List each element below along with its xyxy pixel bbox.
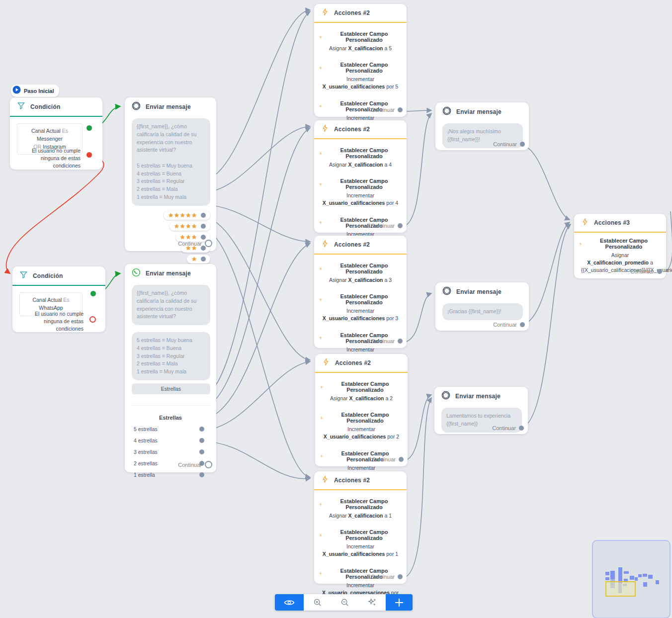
- send-message-node-rating-messenger[interactable]: Enviar mensaje {{first_name}}, ¿cómo cal…: [125, 97, 216, 251]
- action-item[interactable]: Establecer Campo Personalizado Asignar X…: [318, 263, 403, 284]
- actions-node-average[interactable]: Acciones #3 Establecer Campo Personaliza…: [574, 214, 666, 278]
- continue-port[interactable]: [398, 223, 403, 228]
- lightning-icon: [318, 220, 323, 225]
- node-title: Acciones #2: [334, 9, 370, 16]
- option-5-stars[interactable]: 5 estrellas: [125, 424, 216, 435]
- continue-port[interactable]: [399, 457, 404, 462]
- actions-node-rating-3[interactable]: Acciones #2 Establecer Campo Personaliza…: [314, 236, 407, 348]
- condition-node-channel-whatsapp[interactable]: Condición Canal Actual Es WhatsApp El us…: [12, 266, 105, 332]
- action-item[interactable]: Establecer Campo Personalizado Asignar X…: [318, 147, 403, 169]
- option-1-star[interactable]: 1 estrella: [125, 469, 216, 481]
- node-title: Acciones #2: [334, 126, 370, 133]
- omnichannel-icon: [441, 391, 450, 402]
- actions-node-rating-4[interactable]: Acciones #2 Establecer Campo Personaliza…: [314, 120, 407, 233]
- list-title: Estrellas: [125, 415, 216, 421]
- action-item[interactable]: Establecer Campo Personalizado Asignar X…: [318, 31, 403, 52]
- quick-reply-4-stars[interactable]: ★★★★: [169, 222, 210, 231]
- send-message-node-rating-whatsapp[interactable]: Enviar mensaje {{first_name}}, ¿cómo cal…: [125, 264, 216, 472]
- continue-label: Continuar: [372, 456, 396, 462]
- send-message-node-thanks[interactable]: Enviar mensaje ¡Gracias {{first_name}}! …: [435, 282, 529, 331]
- message-bubble[interactable]: ¡Gracias {{first_name}}!: [442, 303, 523, 320]
- action-item[interactable]: Establecer Campo Personalizado Increment…: [318, 293, 403, 322]
- zoom-out-button[interactable]: [331, 594, 358, 611]
- zoom-in-button[interactable]: [304, 594, 331, 611]
- preview-button[interactable]: [275, 594, 304, 611]
- continue-port[interactable]: [205, 461, 212, 468]
- message-bubble-scale[interactable]: 5 estrellas = Muy buena 4 estrellas = Bu…: [132, 332, 210, 380]
- rule-subject: Canal Actual: [32, 297, 62, 303]
- filter-icon: [17, 101, 25, 112]
- continue-port[interactable]: [398, 107, 403, 112]
- node-title: Enviar mensaje: [456, 108, 502, 115]
- auto-arrange-button[interactable]: [358, 594, 386, 611]
- action-pre: Asignar: [329, 162, 348, 168]
- reply-port[interactable]: [201, 235, 206, 240]
- condition-false-port[interactable]: [86, 152, 92, 158]
- reply-port[interactable]: [201, 213, 206, 218]
- option-3-stars[interactable]: 3 estrellas: [125, 446, 216, 458]
- minimap-node: [643, 582, 647, 587]
- lightning-icon: [318, 181, 323, 187]
- condition-true-port[interactable]: [90, 291, 96, 296]
- option-port[interactable]: [199, 427, 204, 432]
- add-node-button[interactable]: [386, 594, 413, 611]
- option-port[interactable]: [199, 438, 204, 443]
- continue-label: Continuar: [371, 107, 395, 113]
- rule-value: WhatsApp: [39, 305, 63, 311]
- action-item[interactable]: Establecer Campo Personalizado Asignar X…: [318, 498, 403, 520]
- continue-label: Continuar: [493, 141, 517, 147]
- continue-port[interactable]: [520, 322, 525, 327]
- estrellas-button[interactable]: Estrellas: [132, 383, 210, 394]
- sparkles-icon: [367, 598, 377, 607]
- action-item[interactable]: Establecer Campo Personalizado Increment…: [318, 529, 403, 558]
- option-label: 5 estrellas: [134, 426, 158, 432]
- action-item[interactable]: Establecer Campo Personalizado Increment…: [318, 62, 403, 90]
- condition-false-port[interactable]: [89, 316, 96, 323]
- action-post: por 5: [385, 84, 398, 89]
- message-bubble[interactable]: {{first_name}}, ¿cómo calificaría la cal…: [132, 285, 210, 325]
- action-head-label: Establecer Campo Personalizado: [326, 293, 403, 305]
- actions-node-rating-2[interactable]: Acciones #2 Establecer Campo Personaliza…: [315, 354, 408, 466]
- minimap-viewport[interactable]: [605, 581, 636, 597]
- option-4-stars[interactable]: 4 estrellas: [125, 435, 216, 446]
- actions-node-rating-1[interactable]: Acciones #2 Establecer Campo Personaliza…: [314, 471, 407, 584]
- minimap-node: [605, 572, 609, 575]
- send-message-node-happy[interactable]: Enviar mensaje ¡Nos alegra muchísimo {{f…: [435, 102, 529, 150]
- quick-reply-1-star[interactable]: ★: [187, 255, 210, 264]
- reply-port[interactable]: [201, 224, 206, 229]
- minimap-node: [643, 574, 647, 577]
- eye-icon: [284, 599, 295, 607]
- continue-port[interactable]: [520, 142, 525, 147]
- minimap[interactable]: [592, 540, 671, 618]
- start-step-badge[interactable]: Paso Inicial: [11, 85, 59, 97]
- option-port[interactable]: [199, 449, 204, 454]
- action-post: por 1: [385, 551, 398, 557]
- lightning-icon: [318, 34, 323, 40]
- actions-node-rating-5[interactable]: Acciones #2 Establecer Campo Personaliza…: [314, 4, 407, 117]
- continue-port[interactable]: [519, 426, 524, 431]
- canvas-toolbar: [275, 594, 413, 611]
- condition-true-port[interactable]: [86, 125, 92, 131]
- quick-reply-5-stars[interactable]: ★★★★★: [164, 211, 210, 220]
- action-pre: Incrementar: [347, 426, 375, 432]
- continue-port[interactable]: [398, 339, 403, 344]
- action-head-label: Establecer Campo Personalizado: [586, 238, 662, 250]
- rule-operator: Es: [63, 297, 69, 303]
- message-bubble[interactable]: {{first_name}}, ¿cómo calificaría la cal…: [132, 118, 210, 206]
- continue-port[interactable]: [205, 240, 212, 247]
- action-item[interactable]: Establecer Campo Personalizado Asignar X…: [319, 381, 404, 402]
- action-item[interactable]: Establecer Campo Personalizado Increment…: [319, 412, 404, 441]
- flow-canvas[interactable]: Paso Inicial Condición Canal Actual Es M…: [0, 0, 672, 618]
- send-message-node-sorry[interactable]: Enviar mensaje Lamentamos tu experiencia…: [434, 387, 528, 434]
- lightning-icon: [318, 151, 323, 156]
- condition-fallback-text: El usuario no cumple ninguna de estas co…: [20, 310, 84, 333]
- action-item[interactable]: Establecer Campo Personalizado Increment…: [318, 178, 403, 207]
- action-post: a 3: [383, 277, 392, 283]
- continue-port[interactable]: [398, 574, 403, 579]
- lightning-icon: [318, 335, 323, 341]
- condition-node-channel-messenger[interactable]: Condición Canal Actual Es Messenger OR I…: [10, 97, 102, 170]
- option-port[interactable]: [199, 472, 204, 477]
- reply-port[interactable]: [201, 257, 206, 262]
- continue-port[interactable]: [657, 269, 662, 274]
- action-var: X_usuario_calificaciones: [323, 84, 385, 89]
